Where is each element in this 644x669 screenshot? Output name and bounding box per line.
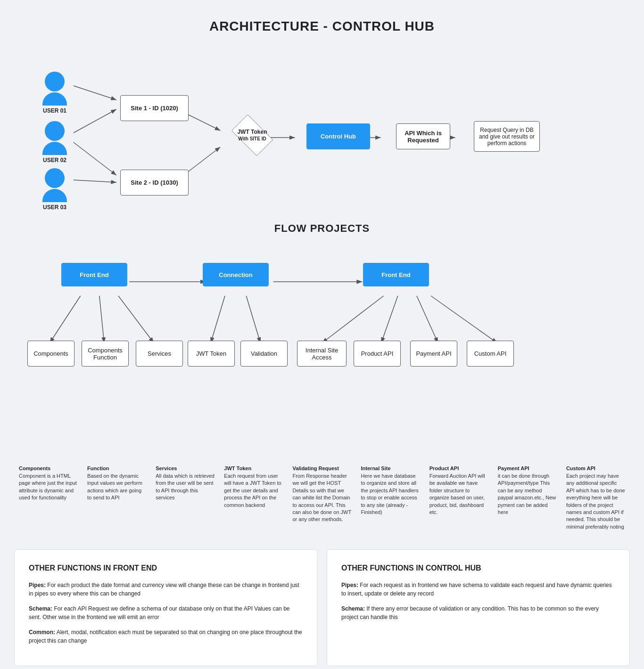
user02-body	[42, 142, 67, 155]
svg-line-13	[50, 296, 80, 343]
desc-comp-func: Function Based on the dynamic input valu…	[83, 465, 151, 530]
svg-line-17	[246, 296, 260, 343]
desc-product-api: Product API Forward Auction API will be …	[425, 465, 493, 530]
api-requested-box: API Which is Requested	[396, 123, 450, 149]
svg-line-4	[74, 180, 116, 182]
frontend-card-title: OTHER FUNCTIONS IN FRONT END	[29, 564, 303, 572]
frontend-schema-item: Schema: For each API Request we define a…	[29, 604, 303, 621]
cards-section: OTHER FUNCTIONS IN FRONT END Pipes: For …	[0, 549, 644, 669]
desc-payment-api: Payment API it can be done through API/p…	[493, 465, 561, 530]
page-title: ARCHITECTURE - CONTROL HUB	[0, 0, 644, 48]
frontend-card: OTHER FUNCTIONS IN FRONT END Pipes: For …	[14, 549, 317, 666]
svg-line-15	[118, 296, 154, 343]
flow-comp-func: Components Function	[82, 341, 129, 367]
svg-line-3	[74, 142, 116, 175]
descriptions-section: Components Component is a HTML page wher…	[0, 465, 644, 549]
flow-custom-api: Custom API	[467, 341, 514, 367]
desc-services: Services All data which is retrieved fro…	[151, 465, 219, 530]
desc-validating: Validating Request From Response header …	[288, 465, 356, 530]
desc-components: Components Component is a HTML page wher…	[14, 465, 83, 530]
site2-box: Site 2 - ID (1030)	[120, 170, 189, 196]
user01: USER 01	[42, 72, 67, 114]
jwt-diamond: JWT TokenWith SITE ID	[226, 119, 278, 152]
desc-internal-site: Internal Site Here we have database to o…	[356, 465, 425, 530]
flow-section: FLOW PROJECTS	[0, 218, 644, 465]
flow-frontend1: Front End	[61, 263, 127, 286]
controlhub-pipes-item: Pipes: For each request as in frontend w…	[341, 581, 615, 598]
architecture-section: USER 01 USER 02 USER 03 Site 1 - ID (102…	[0, 48, 644, 218]
frontend-pipes-item: Pipes: For each product the date format …	[29, 581, 303, 598]
svg-line-14	[99, 296, 104, 343]
svg-line-16	[211, 296, 225, 343]
svg-line-18	[322, 296, 384, 343]
flow-jwt: JWT Token	[188, 341, 235, 367]
svg-line-19	[381, 296, 398, 343]
frontend-common-item: Common: Alert, modal, notification each …	[29, 628, 303, 645]
flow-services: Services	[136, 341, 183, 367]
flow-canvas: Front End Connection Front End Component…	[14, 249, 630, 447]
flow-product-api: Product API	[354, 341, 401, 367]
svg-line-20	[417, 296, 438, 343]
controlhub-schema-item: Schema: If there any error because of va…	[341, 604, 615, 621]
user01-body	[42, 92, 67, 106]
site1-box: Site 1 - ID (1020)	[120, 95, 189, 121]
flow-connection: Connection	[203, 263, 269, 286]
user03: USER 03	[42, 168, 67, 211]
user03-icon	[45, 168, 65, 188]
user01-icon	[45, 72, 65, 91]
svg-line-1	[74, 86, 116, 100]
control-hub-box: Control Hub	[306, 123, 370, 149]
svg-line-2	[74, 109, 116, 133]
flow-validation: Validation	[240, 341, 288, 367]
user02: USER 02	[42, 121, 67, 163]
user02-icon	[45, 121, 65, 141]
flow-title: FLOW PROJECTS	[14, 218, 630, 249]
flow-internal-site: Internal Site Access	[297, 341, 347, 367]
flow-frontend2: Front End	[363, 263, 429, 286]
flow-payment-api: Payment API	[410, 341, 457, 367]
svg-line-21	[431, 296, 497, 343]
user03-label: USER 03	[43, 204, 66, 211]
flow-components: Components	[27, 341, 74, 367]
controlhub-card-title: OTHER FUNCTIONS IN CONTROL HUB	[341, 564, 615, 572]
controlhub-card: OTHER FUNCTIONS IN CONTROL HUB Pipes: Fo…	[327, 549, 630, 666]
db-query-box: Request Query in DB and give out results…	[474, 121, 540, 152]
arch-canvas: USER 01 USER 02 USER 03 Site 1 - ID (102…	[28, 48, 616, 199]
desc-row: Components Component is a HTML page wher…	[14, 465, 630, 530]
desc-jwt: JWT Token Each request from user will ha…	[219, 465, 288, 530]
user01-label: USER 01	[43, 107, 66, 114]
user02-label: USER 02	[43, 157, 66, 163]
desc-custom-api: Custom API Each project may have any add…	[561, 465, 630, 530]
user03-body	[42, 189, 67, 202]
